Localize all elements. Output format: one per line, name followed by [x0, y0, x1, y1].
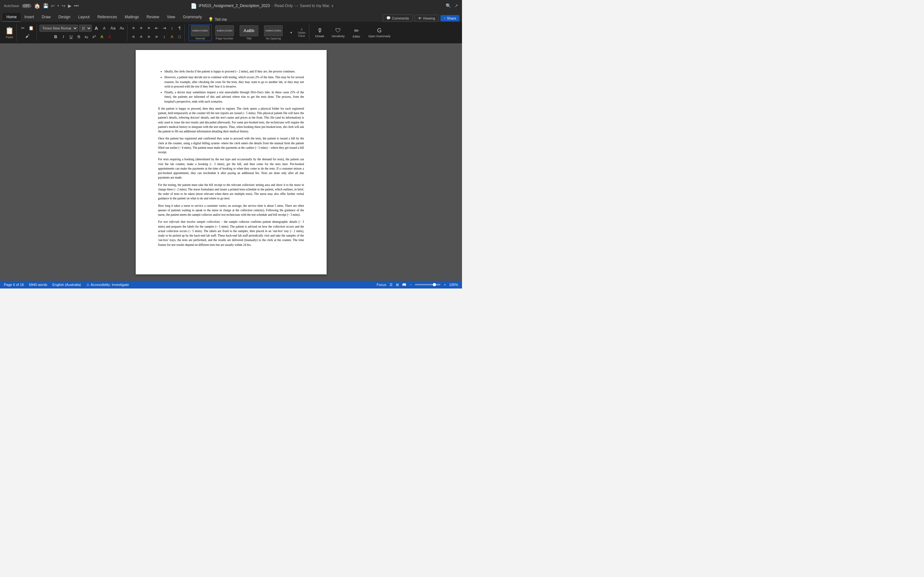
open-grammarly-button[interactable]: G Open Grammarly [366, 24, 393, 41]
shading-button[interactable]: A [168, 33, 176, 41]
copy-button[interactable]: 📋 [27, 24, 35, 32]
voice-group: 🎙 Dictate 🛡 Sensitivity ✏ Editor G Open … [310, 24, 395, 41]
autosave-toggle[interactable]: OFF [22, 4, 31, 8]
tab-review[interactable]: Review [143, 13, 163, 22]
focus-button[interactable]: Focus [376, 283, 386, 287]
tab-references[interactable]: References [94, 13, 121, 22]
superscript-button[interactable]: x² [91, 33, 98, 41]
style-no-spacing[interactable]: AaBbCcDdEe No Spacing [262, 24, 285, 41]
editor-button[interactable]: ✏ Editor [349, 24, 365, 41]
dictate-button[interactable]: 🎙 Dictate [312, 24, 328, 41]
decrease-font-button[interactable]: A [101, 24, 108, 32]
tab-home[interactable]: Home [3, 13, 21, 22]
viewing-button[interactable]: 👁 Viewing [415, 15, 439, 22]
show-marks-button[interactable]: ¶ [176, 24, 183, 32]
cut-button[interactable]: ✂ [19, 24, 26, 32]
doc-file-icon: 📄 [191, 3, 197, 9]
styles-pane-button[interactable]: Ā Styles Pane [296, 27, 308, 38]
format-painter-button[interactable]: 🖌 [24, 32, 31, 40]
increase-font-button[interactable]: A [93, 24, 100, 32]
tell-me-label[interactable]: Tell me [215, 17, 227, 22]
search-icon[interactable]: 🔍 [446, 3, 451, 8]
grammarly-label: Open Grammarly [368, 35, 391, 38]
redo-icon[interactable]: ↪ [61, 3, 65, 8]
underline-button[interactable]: U [68, 33, 75, 41]
paragraph-4: For the testing, the patient must take t… [158, 183, 304, 201]
share-icon-title[interactable]: ↗ [454, 3, 458, 8]
style-title[interactable]: AaBb Title [237, 24, 260, 41]
styles-scroll-button[interactable]: ▾ [288, 29, 294, 37]
clipboard-group: ✂ 📋 🖌 [18, 24, 37, 41]
grammarly-icon: G [377, 27, 382, 34]
style-swatches: AaBbCcDdEe Normal AaBbCcDdEe Page Number… [187, 24, 286, 41]
styles-pane-label-text2: Pane [298, 34, 305, 37]
subscript-button[interactable]: x₂ [83, 33, 90, 41]
style-page-number-preview: AaBbCcDdEe [215, 25, 234, 36]
line-spacing-button[interactable]: ↕ [161, 33, 168, 41]
tab-design[interactable]: Design [55, 13, 74, 22]
list-item: Ideally, the clerk checks if the patient… [165, 69, 304, 74]
undo-dropdown-icon[interactable]: ▾ [57, 4, 59, 7]
more-options-icon[interactable]: ••• [74, 3, 79, 8]
style-title-preview: AaBb [240, 25, 258, 36]
document-area[interactable]: Ideally, the clerk checks if the patient… [0, 44, 462, 281]
title-bar-left: AutoSave OFF 🏠 💾 ↩ ▾ ↪ ▶ ••• [4, 3, 79, 9]
sensitivity-label: Sensitivity [332, 35, 345, 38]
paste-button[interactable]: 📋 Paste [3, 24, 17, 41]
tab-layout[interactable]: Layout [74, 13, 94, 22]
tab-draw[interactable]: Draw [38, 13, 55, 22]
saved-chevron-icon[interactable]: ∨ [331, 4, 334, 8]
zoom-out-button[interactable]: − [410, 283, 412, 287]
align-right-button[interactable]: ≡ [145, 33, 152, 41]
style-page-number[interactable]: AaBbCcDdEe Page Number [213, 24, 236, 41]
tab-view[interactable]: View [163, 13, 179, 22]
editor-icon: ✏ [354, 27, 359, 34]
font-size-select[interactable]: 10 [79, 25, 92, 32]
font-name-select[interactable]: Times New Roman [39, 25, 78, 32]
dictate-icon: 🎙 [317, 27, 323, 34]
sensitivity-button[interactable]: 🛡 Sensitivity [329, 24, 347, 41]
paste-icon: 📋 [5, 27, 14, 35]
font-color-button[interactable]: A [106, 33, 113, 41]
view-book-icon[interactable]: 📖 [402, 283, 407, 287]
share-button[interactable]: ↑ Share [441, 15, 459, 21]
doc-read-only: Read-Only [274, 3, 292, 8]
text-highlight-button[interactable]: A [99, 33, 105, 41]
clear-format-button[interactable]: Ax [118, 24, 126, 32]
style-normal[interactable]: AaBbCcDdEe Normal [189, 24, 212, 41]
align-left-button[interactable]: ≡ [130, 33, 137, 41]
view-grid-icon[interactable]: ⊞ [396, 283, 399, 287]
ribbon-tabs: Home Insert Draw Design Layout Reference… [0, 11, 462, 22]
zoom-slider[interactable] [415, 284, 441, 285]
accessibility[interactable]: ⚠ Accessibility: Investigate [86, 283, 129, 287]
case-button[interactable]: Aa [109, 24, 117, 32]
increase-indent-button[interactable]: ⇥ [161, 24, 168, 32]
comments-button[interactable]: 💬 Comments [383, 15, 413, 22]
bold-button[interactable]: B [52, 33, 59, 41]
borders-button[interactable]: □ [176, 33, 183, 41]
number-list-button[interactable]: ≡ [137, 24, 145, 32]
doc-dash: — [294, 3, 298, 8]
zoom-in-button[interactable]: + [444, 283, 446, 287]
justify-button[interactable]: ≡ [153, 33, 160, 41]
italic-button[interactable]: I [60, 33, 67, 41]
save-icon[interactable]: 💾 [43, 3, 48, 8]
accessibility-icon: ⚠ [86, 283, 89, 287]
strikethrough-button[interactable]: S [75, 33, 82, 41]
lightbulb-icon: 💡 [208, 17, 213, 22]
undo-icon[interactable]: ↩ [51, 3, 55, 8]
tab-insert[interactable]: Insert [21, 13, 38, 22]
home-icon[interactable]: 🏠 [34, 3, 40, 9]
tab-grammarly[interactable]: Grammarly [179, 13, 206, 22]
viewing-icon: 👁 [418, 16, 422, 20]
decrease-indent-button[interactable]: ⇤ [153, 24, 160, 32]
word-count: 6940 words [29, 283, 47, 287]
tab-mailings[interactable]: Mailings [121, 13, 143, 22]
present-icon[interactable]: ▶ [68, 3, 71, 8]
align-center-button[interactable]: ≡ [137, 33, 145, 41]
multi-level-list-button[interactable]: ≡ [145, 24, 152, 32]
sort-button[interactable]: ↕ [168, 24, 176, 32]
bullet-list-button[interactable]: ≡ [130, 24, 137, 32]
view-normal-icon[interactable]: ☰ [389, 283, 393, 287]
paragraph-5: How long it takes a nurse to service a c… [158, 203, 304, 218]
